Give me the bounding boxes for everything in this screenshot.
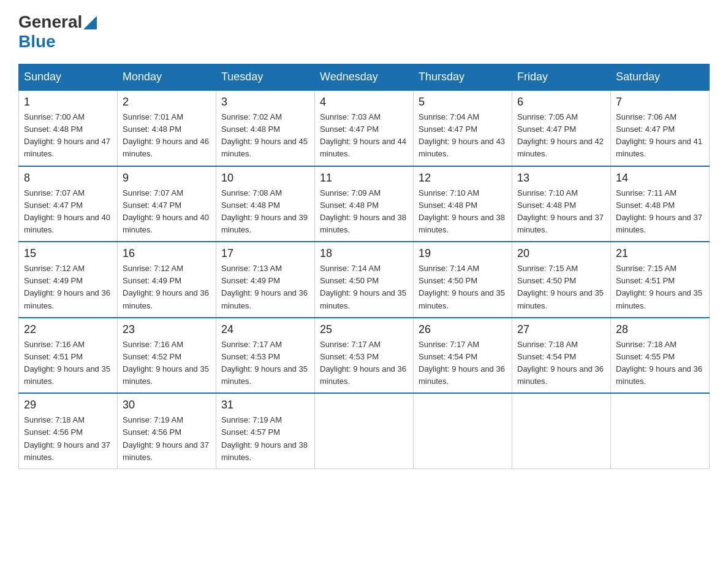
day-number: 21 — [616, 247, 704, 260]
day-number: 23 — [123, 323, 211, 336]
calendar-cell: 24 Sunrise: 7:17 AM Sunset: 4:53 PM Dayl… — [216, 318, 315, 394]
day-number: 19 — [419, 247, 507, 260]
day-info: Sunrise: 7:10 AM Sunset: 4:48 PM Dayligh… — [517, 187, 605, 237]
calendar-cell: 30 Sunrise: 7:19 AM Sunset: 4:56 PM Dayl… — [118, 393, 216, 469]
calendar-cell: 26 Sunrise: 7:17 AM Sunset: 4:54 PM Dayl… — [414, 318, 512, 394]
day-number: 4 — [320, 96, 408, 109]
day-info: Sunrise: 7:18 AM Sunset: 4:55 PM Dayligh… — [616, 339, 704, 388]
calendar-cell: 10 Sunrise: 7:08 AM Sunset: 4:48 PM Dayl… — [216, 166, 315, 242]
day-number: 25 — [320, 323, 408, 336]
calendar-cell: 27 Sunrise: 7:18 AM Sunset: 4:54 PM Dayl… — [512, 318, 611, 394]
day-number: 16 — [123, 247, 211, 260]
calendar-cell: 21 Sunrise: 7:15 AM Sunset: 4:51 PM Dayl… — [611, 242, 710, 318]
calendar-cell: 11 Sunrise: 7:09 AM Sunset: 4:48 PM Dayl… — [315, 166, 414, 242]
calendar-cell: 12 Sunrise: 7:10 AM Sunset: 4:48 PM Dayl… — [414, 166, 512, 242]
day-number: 27 — [517, 323, 605, 336]
logo: General Blue — [18, 12, 97, 52]
day-number: 22 — [24, 323, 112, 336]
column-header-wednesday: Wednesday — [315, 64, 414, 91]
calendar-cell: 22 Sunrise: 7:16 AM Sunset: 4:51 PM Dayl… — [19, 318, 118, 394]
day-info: Sunrise: 7:08 AM Sunset: 4:48 PM Dayligh… — [221, 187, 309, 237]
calendar-cell: 13 Sunrise: 7:10 AM Sunset: 4:48 PM Dayl… — [512, 166, 611, 242]
day-info: Sunrise: 7:17 AM Sunset: 4:53 PM Dayligh… — [221, 339, 309, 388]
day-info: Sunrise: 7:16 AM Sunset: 4:52 PM Dayligh… — [123, 339, 211, 388]
day-info: Sunrise: 7:04 AM Sunset: 4:47 PM Dayligh… — [419, 111, 507, 161]
calendar-cell: 2 Sunrise: 7:01 AM Sunset: 4:48 PM Dayli… — [118, 90, 216, 166]
day-info: Sunrise: 7:15 AM Sunset: 4:50 PM Dayligh… — [517, 262, 605, 312]
day-number: 28 — [616, 323, 704, 336]
calendar-cell: 5 Sunrise: 7:04 AM Sunset: 4:47 PM Dayli… — [414, 90, 512, 166]
day-number: 7 — [616, 96, 704, 109]
day-number: 15 — [24, 247, 112, 260]
day-info: Sunrise: 7:05 AM Sunset: 4:47 PM Dayligh… — [517, 111, 605, 161]
day-number: 20 — [517, 247, 605, 260]
day-info: Sunrise: 7:15 AM Sunset: 4:51 PM Dayligh… — [616, 262, 704, 312]
calendar-cell — [512, 393, 611, 469]
day-info: Sunrise: 7:07 AM Sunset: 4:47 PM Dayligh… — [123, 187, 211, 237]
column-header-tuesday: Tuesday — [216, 64, 315, 91]
column-header-thursday: Thursday — [414, 64, 512, 91]
calendar-cell: 17 Sunrise: 7:13 AM Sunset: 4:49 PM Dayl… — [216, 242, 315, 318]
calendar-cell: 7 Sunrise: 7:06 AM Sunset: 4:47 PM Dayli… — [611, 90, 710, 166]
calendar-cell: 20 Sunrise: 7:15 AM Sunset: 4:50 PM Dayl… — [512, 242, 611, 318]
day-info: Sunrise: 7:06 AM Sunset: 4:47 PM Dayligh… — [616, 111, 704, 161]
calendar-cell: 15 Sunrise: 7:12 AM Sunset: 4:49 PM Dayl… — [19, 242, 118, 318]
day-info: Sunrise: 7:01 AM Sunset: 4:48 PM Dayligh… — [123, 111, 211, 161]
calendar-cell: 18 Sunrise: 7:14 AM Sunset: 4:50 PM Dayl… — [315, 242, 414, 318]
day-number: 17 — [221, 247, 309, 260]
day-number: 14 — [616, 172, 704, 185]
calendar-week-row: 22 Sunrise: 7:16 AM Sunset: 4:51 PM Dayl… — [19, 318, 710, 394]
day-number: 11 — [320, 172, 408, 185]
day-info: Sunrise: 7:17 AM Sunset: 4:53 PM Dayligh… — [320, 339, 408, 388]
day-number: 9 — [123, 172, 211, 185]
column-header-saturday: Saturday — [611, 64, 710, 91]
calendar-cell: 31 Sunrise: 7:19 AM Sunset: 4:57 PM Dayl… — [216, 393, 315, 469]
day-number: 29 — [24, 399, 112, 412]
calendar-header-row: SundayMondayTuesdayWednesdayThursdayFrid… — [19, 64, 710, 91]
day-number: 10 — [221, 172, 309, 185]
day-number: 18 — [320, 247, 408, 260]
day-number: 26 — [419, 323, 507, 336]
day-info: Sunrise: 7:03 AM Sunset: 4:47 PM Dayligh… — [320, 111, 408, 161]
day-info: Sunrise: 7:14 AM Sunset: 4:50 PM Dayligh… — [419, 262, 507, 312]
page-header: General Blue — [18, 12, 710, 52]
calendar-cell: 1 Sunrise: 7:00 AM Sunset: 4:48 PM Dayli… — [19, 90, 118, 166]
calendar-cell: 19 Sunrise: 7:14 AM Sunset: 4:50 PM Dayl… — [414, 242, 512, 318]
day-info: Sunrise: 7:19 AM Sunset: 4:56 PM Dayligh… — [123, 414, 211, 464]
calendar-cell: 16 Sunrise: 7:12 AM Sunset: 4:49 PM Dayl… — [118, 242, 216, 318]
day-info: Sunrise: 7:14 AM Sunset: 4:50 PM Dayligh… — [320, 262, 408, 312]
column-header-friday: Friday — [512, 64, 611, 91]
day-number: 13 — [517, 172, 605, 185]
day-number: 31 — [221, 399, 309, 412]
day-info: Sunrise: 7:16 AM Sunset: 4:51 PM Dayligh… — [24, 339, 112, 388]
day-number: 1 — [24, 96, 112, 109]
day-number: 2 — [123, 96, 211, 109]
day-info: Sunrise: 7:13 AM Sunset: 4:49 PM Dayligh… — [221, 262, 309, 312]
day-info: Sunrise: 7:07 AM Sunset: 4:47 PM Dayligh… — [24, 187, 112, 237]
logo-triangle-icon — [82, 16, 97, 28]
day-info: Sunrise: 7:11 AM Sunset: 4:48 PM Dayligh… — [616, 187, 704, 237]
day-number: 30 — [123, 399, 211, 412]
day-info: Sunrise: 7:18 AM Sunset: 4:56 PM Dayligh… — [24, 414, 112, 464]
day-number: 8 — [24, 172, 112, 185]
day-info: Sunrise: 7:12 AM Sunset: 4:49 PM Dayligh… — [123, 262, 211, 312]
svg-marker-0 — [83, 16, 97, 29]
logo-general-text: General — [18, 12, 82, 32]
day-info: Sunrise: 7:02 AM Sunset: 4:48 PM Dayligh… — [221, 111, 309, 161]
calendar-cell: 6 Sunrise: 7:05 AM Sunset: 4:47 PM Dayli… — [512, 90, 611, 166]
calendar-cell: 25 Sunrise: 7:17 AM Sunset: 4:53 PM Dayl… — [315, 318, 414, 394]
day-number: 6 — [517, 96, 605, 109]
calendar-cell: 8 Sunrise: 7:07 AM Sunset: 4:47 PM Dayli… — [19, 166, 118, 242]
calendar-cell: 3 Sunrise: 7:02 AM Sunset: 4:48 PM Dayli… — [216, 90, 315, 166]
calendar-cell — [414, 393, 512, 469]
calendar-week-row: 8 Sunrise: 7:07 AM Sunset: 4:47 PM Dayli… — [19, 166, 710, 242]
calendar-cell — [315, 393, 414, 469]
day-info: Sunrise: 7:12 AM Sunset: 4:49 PM Dayligh… — [24, 262, 112, 312]
day-info: Sunrise: 7:19 AM Sunset: 4:57 PM Dayligh… — [221, 414, 309, 464]
column-header-sunday: Sunday — [19, 64, 118, 91]
day-number: 3 — [221, 96, 309, 109]
calendar-cell: 23 Sunrise: 7:16 AM Sunset: 4:52 PM Dayl… — [118, 318, 216, 394]
day-info: Sunrise: 7:00 AM Sunset: 4:48 PM Dayligh… — [24, 111, 112, 161]
day-number: 24 — [221, 323, 309, 336]
calendar-cell: 4 Sunrise: 7:03 AM Sunset: 4:47 PM Dayli… — [315, 90, 414, 166]
